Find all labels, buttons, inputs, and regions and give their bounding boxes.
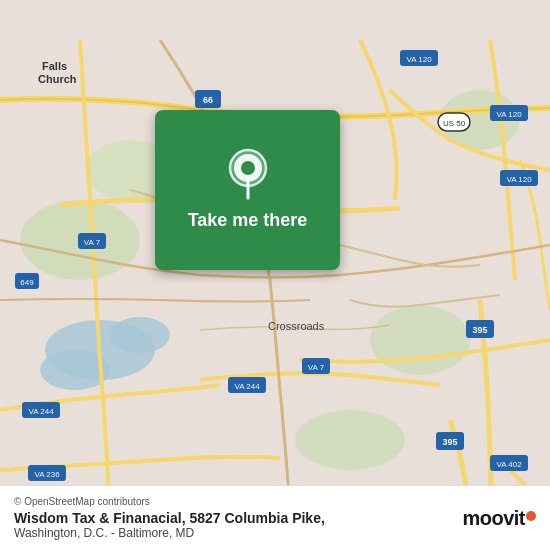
- moovit-wordmark: moovit: [462, 507, 525, 530]
- bottom-info: © OpenStreetMap contributors Wisdom Tax …: [14, 496, 325, 540]
- svg-text:US 50: US 50: [443, 119, 466, 128]
- svg-text:VA 7: VA 7: [308, 363, 325, 372]
- svg-text:Falls: Falls: [42, 60, 67, 72]
- svg-text:VA 120: VA 120: [496, 110, 522, 119]
- svg-text:VA 7: VA 7: [84, 238, 101, 247]
- svg-text:66: 66: [203, 95, 213, 105]
- place-name: Wisdom Tax & Finanacial, 5827 Columbia P…: [14, 510, 325, 526]
- svg-text:395: 395: [472, 325, 487, 335]
- svg-text:VA 244: VA 244: [28, 407, 54, 416]
- moovit-logo: moovit: [462, 507, 536, 530]
- bottom-bar: © OpenStreetMap contributors Wisdom Tax …: [0, 485, 550, 550]
- svg-text:VA 244: VA 244: [234, 382, 260, 391]
- map-svg: 66 66 VA 7 VA 7 VA 120 VA 120 VA 120 US …: [0, 0, 550, 550]
- svg-text:VA 402: VA 402: [496, 460, 522, 469]
- svg-text:649: 649: [20, 278, 34, 287]
- map-container: 66 66 VA 7 VA 7 VA 120 VA 120 VA 120 US …: [0, 0, 550, 550]
- svg-point-44: [241, 161, 255, 175]
- svg-text:Crossroads: Crossroads: [268, 320, 325, 332]
- svg-point-2: [370, 305, 470, 375]
- svg-point-5: [295, 410, 405, 470]
- svg-text:VA 120: VA 120: [406, 55, 432, 64]
- moovit-dot-icon: [526, 511, 536, 521]
- take-me-there-label: Take me there: [188, 210, 308, 232]
- location-pin-icon: [226, 148, 270, 200]
- svg-text:Church: Church: [38, 73, 77, 85]
- svg-text:VA 236: VA 236: [34, 470, 60, 479]
- svg-point-7: [110, 317, 170, 353]
- svg-text:395: 395: [442, 437, 457, 447]
- map-attribution: © OpenStreetMap contributors: [14, 496, 325, 507]
- popup-card[interactable]: Take me there: [155, 110, 340, 270]
- place-address: Washington, D.C. - Baltimore, MD: [14, 526, 325, 540]
- svg-text:VA 120: VA 120: [506, 175, 532, 184]
